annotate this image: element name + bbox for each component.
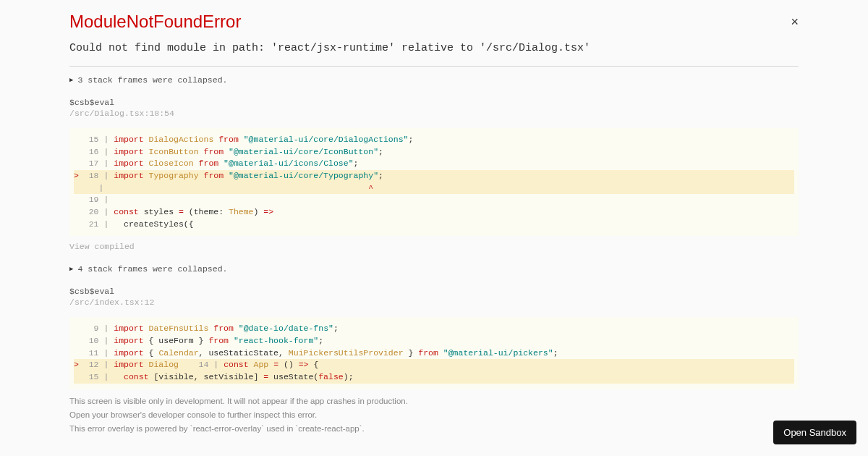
footer-notes: This screen is visible only in developme… bbox=[69, 395, 799, 436]
error-message: Could not find module in path: 'react/js… bbox=[69, 42, 799, 54]
view-compiled-link[interactable]: View compiled bbox=[69, 242, 799, 251]
collapsed-frames-label: 3 stack frames were collapsed. bbox=[77, 75, 227, 85]
footer-line: This error overlay is powered by `react-… bbox=[69, 423, 799, 435]
stack-frame-location: /src/Dialog.tsx:18:54 bbox=[69, 109, 799, 118]
chevron-right-icon: ▶ bbox=[69, 76, 73, 84]
collapsed-frames-label: 4 stack frames were collapsed. bbox=[77, 264, 227, 274]
close-icon[interactable]: × bbox=[791, 14, 799, 30]
footer-line: Open your browser's developer console to… bbox=[69, 409, 799, 421]
stack-frame-location: /src/index.tsx:12 bbox=[69, 297, 799, 307]
footer-line: This screen is visible only in developme… bbox=[69, 395, 799, 408]
stack-frame-label: $csb$eval bbox=[69, 287, 799, 296]
open-sandbox-button[interactable]: Open Sandbox bbox=[773, 421, 856, 444]
code-snippet: 15 | import DialogActions from "@materia… bbox=[69, 128, 799, 236]
collapsed-frames-toggle[interactable]: ▶ 4 stack frames were collapsed. bbox=[69, 264, 799, 274]
divider bbox=[69, 66, 799, 67]
error-title: ModuleNotFoundError bbox=[69, 12, 799, 32]
collapsed-frames-toggle[interactable]: ▶ 3 stack frames were collapsed. bbox=[69, 75, 799, 85]
code-snippet: 9 | import DateFnsUtils from "@date-io/d… bbox=[69, 317, 799, 389]
chevron-right-icon: ▶ bbox=[69, 265, 73, 273]
stack-frame-label: $csb$eval bbox=[69, 98, 799, 107]
